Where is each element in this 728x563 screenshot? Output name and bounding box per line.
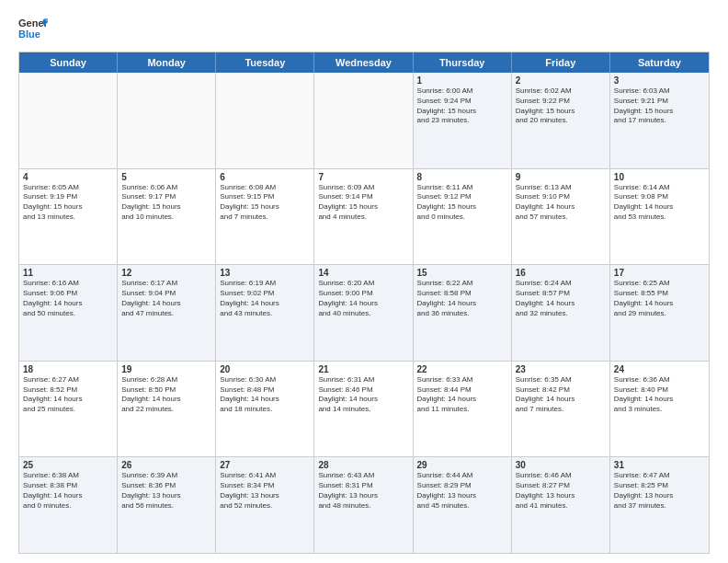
calendar-cell-1-0: 4Sunrise: 6:05 AMSunset: 9:19 PMDaylight… [19, 169, 118, 265]
calendar-cell-2-0: 11Sunrise: 6:16 AMSunset: 9:06 PMDayligh… [19, 265, 118, 361]
day-number-28: 28 [318, 460, 408, 470]
calendar-cell-1-6: 10Sunrise: 6:14 AMSunset: 9:08 PMDayligh… [610, 169, 709, 265]
calendar-cell-1-3: 7Sunrise: 6:09 AMSunset: 9:14 PMDaylight… [314, 169, 413, 265]
day-number-10: 10 [614, 172, 705, 182]
cell-info-23: Sunrise: 6:35 AMSunset: 8:42 PMDaylight:… [516, 375, 606, 415]
day-number-1: 1 [417, 75, 507, 86]
calendar-cell-1-4: 8Sunrise: 6:11 AMSunset: 9:12 PMDaylight… [414, 169, 512, 265]
calendar-cell-3-6: 24Sunrise: 6:36 AMSunset: 8:40 PMDayligh… [610, 362, 709, 457]
day-number-5: 5 [121, 172, 211, 182]
cell-info-12: Sunrise: 6:17 AMSunset: 9:04 PMDaylight:… [121, 279, 211, 318]
calendar-cell-1-5: 9Sunrise: 6:13 AMSunset: 9:10 PMDaylight… [512, 169, 610, 265]
day-number-4: 4 [23, 172, 113, 182]
day-number-22: 22 [417, 364, 507, 374]
calendar-cell-4-6: 31Sunrise: 6:47 AMSunset: 8:25 PMDayligh… [610, 457, 709, 553]
cell-info-5: Sunrise: 6:06 AMSunset: 9:17 PMDaylight:… [121, 183, 211, 223]
day-number-6: 6 [220, 172, 310, 182]
calendar-cell-0-4: 1Sunrise: 6:00 AMSunset: 9:24 PMDaylight… [414, 73, 512, 168]
header-day-sunday: Sunday [19, 52, 118, 73]
day-number-27: 27 [220, 460, 310, 470]
cell-info-17: Sunrise: 6:25 AMSunset: 8:55 PMDaylight:… [614, 279, 705, 318]
cell-info-21: Sunrise: 6:31 AMSunset: 8:46 PMDaylight:… [318, 375, 408, 415]
cell-info-11: Sunrise: 6:16 AMSunset: 9:06 PMDaylight:… [23, 279, 113, 318]
calendar-cell-0-1 [118, 73, 216, 168]
cell-info-28: Sunrise: 6:43 AMSunset: 8:31 PMDaylight:… [318, 471, 408, 511]
calendar-cell-3-1: 19Sunrise: 6:28 AMSunset: 8:50 PMDayligh… [118, 362, 216, 457]
calendar-row-3: 18Sunrise: 6:27 AMSunset: 8:52 PMDayligh… [19, 362, 709, 458]
day-number-14: 14 [318, 268, 408, 278]
calendar-cell-2-6: 17Sunrise: 6:25 AMSunset: 8:55 PMDayligh… [610, 265, 709, 361]
calendar-cell-3-5: 23Sunrise: 6:35 AMSunset: 8:42 PMDayligh… [512, 362, 610, 457]
header: General Blue [18, 15, 710, 44]
cell-info-31: Sunrise: 6:47 AMSunset: 8:25 PMDaylight:… [614, 471, 705, 511]
header-day-monday: Monday [118, 52, 216, 73]
cell-info-27: Sunrise: 6:41 AMSunset: 8:34 PMDaylight:… [220, 471, 310, 511]
calendar-cell-3-4: 22Sunrise: 6:33 AMSunset: 8:44 PMDayligh… [414, 362, 512, 457]
cell-info-24: Sunrise: 6:36 AMSunset: 8:40 PMDaylight:… [614, 375, 705, 415]
day-number-12: 12 [121, 268, 211, 278]
day-number-20: 20 [220, 364, 310, 374]
calendar-cell-2-2: 13Sunrise: 6:19 AMSunset: 9:02 PMDayligh… [216, 265, 314, 361]
cell-info-16: Sunrise: 6:24 AMSunset: 8:57 PMDaylight:… [516, 279, 606, 318]
cell-info-3: Sunrise: 6:03 AMSunset: 9:21 PMDaylight:… [614, 86, 705, 126]
cell-info-15: Sunrise: 6:22 AMSunset: 8:58 PMDaylight:… [417, 279, 507, 318]
calendar-cell-1-2: 6Sunrise: 6:08 AMSunset: 9:15 PMDaylight… [216, 169, 314, 265]
cell-info-30: Sunrise: 6:46 AMSunset: 8:27 PMDaylight:… [516, 471, 606, 511]
header-day-thursday: Thursday [414, 52, 512, 73]
cell-info-20: Sunrise: 6:30 AMSunset: 8:48 PMDaylight:… [220, 375, 310, 415]
header-day-saturday: Saturday [610, 52, 709, 73]
calendar-cell-4-5: 30Sunrise: 6:46 AMSunset: 8:27 PMDayligh… [512, 457, 610, 553]
calendar-cell-1-1: 5Sunrise: 6:06 AMSunset: 9:17 PMDaylight… [118, 169, 216, 265]
day-number-13: 13 [220, 268, 310, 278]
calendar-cell-0-0 [19, 73, 118, 168]
header-day-wednesday: Wednesday [314, 52, 413, 73]
calendar-cell-0-3 [314, 73, 413, 168]
cell-info-8: Sunrise: 6:11 AMSunset: 9:12 PMDaylight:… [417, 183, 507, 223]
day-number-11: 11 [23, 268, 113, 278]
cell-info-1: Sunrise: 6:00 AMSunset: 9:24 PMDaylight:… [417, 86, 507, 126]
calendar-cell-3-0: 18Sunrise: 6:27 AMSunset: 8:52 PMDayligh… [19, 362, 118, 457]
calendar-cell-3-3: 21Sunrise: 6:31 AMSunset: 8:46 PMDayligh… [314, 362, 413, 457]
calendar-cell-4-3: 28Sunrise: 6:43 AMSunset: 8:31 PMDayligh… [314, 457, 413, 553]
calendar-cell-4-1: 26Sunrise: 6:39 AMSunset: 8:36 PMDayligh… [118, 457, 216, 553]
calendar-header: SundayMondayTuesdayWednesdayThursdayFrid… [19, 52, 709, 73]
cell-info-13: Sunrise: 6:19 AMSunset: 9:02 PMDaylight:… [220, 279, 310, 318]
day-number-21: 21 [318, 364, 408, 374]
calendar-cell-2-5: 16Sunrise: 6:24 AMSunset: 8:57 PMDayligh… [512, 265, 610, 361]
cell-info-18: Sunrise: 6:27 AMSunset: 8:52 PMDaylight:… [23, 375, 113, 415]
day-number-15: 15 [417, 268, 507, 278]
calendar-cell-3-2: 20Sunrise: 6:30 AMSunset: 8:48 PMDayligh… [216, 362, 314, 457]
header-day-tuesday: Tuesday [216, 52, 314, 73]
cell-info-14: Sunrise: 6:20 AMSunset: 9:00 PMDaylight:… [318, 279, 408, 318]
calendar-body: 1Sunrise: 6:00 AMSunset: 9:24 PMDaylight… [19, 73, 709, 553]
calendar-row-2: 11Sunrise: 6:16 AMSunset: 9:06 PMDayligh… [19, 265, 709, 362]
svg-text:Blue: Blue [18, 29, 40, 40]
day-number-25: 25 [23, 460, 113, 470]
calendar-cell-0-2 [216, 73, 314, 168]
cell-info-4: Sunrise: 6:05 AMSunset: 9:19 PMDaylight:… [23, 183, 113, 223]
cell-info-26: Sunrise: 6:39 AMSunset: 8:36 PMDaylight:… [121, 471, 211, 511]
day-number-30: 30 [516, 460, 606, 470]
cell-info-25: Sunrise: 6:38 AMSunset: 8:38 PMDaylight:… [23, 471, 113, 511]
day-number-7: 7 [318, 172, 408, 182]
calendar-row-4: 25Sunrise: 6:38 AMSunset: 8:38 PMDayligh… [19, 457, 709, 553]
day-number-2: 2 [516, 75, 606, 86]
cell-info-7: Sunrise: 6:09 AMSunset: 9:14 PMDaylight:… [318, 183, 408, 223]
calendar-cell-2-1: 12Sunrise: 6:17 AMSunset: 9:04 PMDayligh… [118, 265, 216, 361]
day-number-17: 17 [614, 268, 705, 278]
logo-svg: General Blue [18, 15, 48, 44]
cell-info-2: Sunrise: 6:02 AMSunset: 9:22 PMDaylight:… [516, 86, 606, 126]
day-number-29: 29 [417, 460, 507, 470]
calendar-row-1: 4Sunrise: 6:05 AMSunset: 9:19 PMDaylight… [19, 169, 709, 266]
cell-info-29: Sunrise: 6:44 AMSunset: 8:29 PMDaylight:… [417, 471, 507, 511]
cell-info-10: Sunrise: 6:14 AMSunset: 9:08 PMDaylight:… [614, 183, 705, 223]
calendar: SundayMondayTuesdayWednesdayThursdayFrid… [18, 52, 710, 554]
day-number-26: 26 [121, 460, 211, 470]
logo: General Blue [18, 15, 48, 44]
day-number-9: 9 [516, 172, 606, 182]
day-number-16: 16 [516, 268, 606, 278]
cell-info-6: Sunrise: 6:08 AMSunset: 9:15 PMDaylight:… [220, 183, 310, 223]
calendar-cell-4-0: 25Sunrise: 6:38 AMSunset: 8:38 PMDayligh… [19, 457, 118, 553]
page: General Blue SundayMondayTuesdayWednesda… [0, 0, 728, 563]
calendar-row-0: 1Sunrise: 6:00 AMSunset: 9:24 PMDaylight… [19, 73, 709, 169]
